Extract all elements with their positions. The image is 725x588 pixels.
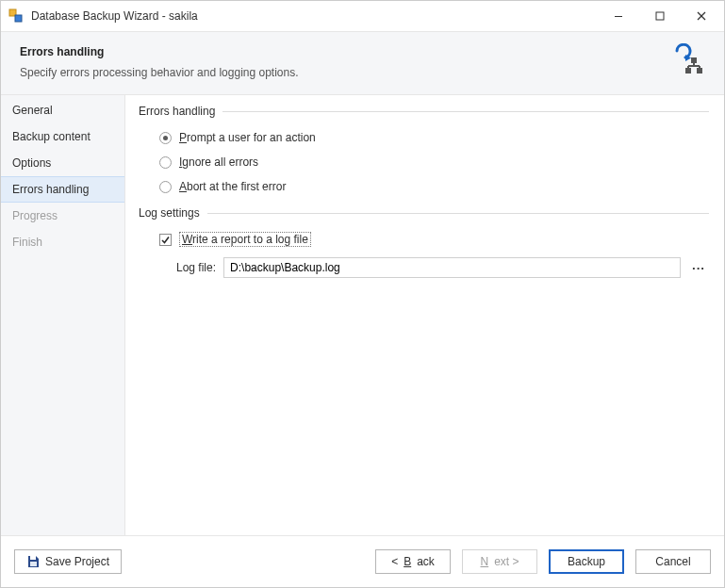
window-title: Database Backup Wizard - sakila (31, 9, 598, 23)
radio-abort-first-error[interactable]: Abort at the first error (159, 174, 709, 199)
group-log-settings: Log settings Write a report to a log fil… (139, 206, 709, 278)
cancel-button[interactable]: Cancel (635, 549, 711, 574)
group-errors-handling: Errors handling Prompt a user for an act… (139, 105, 709, 199)
svg-rect-14 (30, 556, 36, 560)
radio-icon (159, 132, 172, 144)
save-project-button[interactable]: Save Project (14, 549, 122, 574)
radio-prompt-user-label: Prompt a user for an action (179, 131, 316, 144)
radio-prompt-user[interactable]: Prompt a user for an action (159, 125, 709, 150)
next-button: Next > (462, 549, 537, 574)
page-title: Errors handling (20, 45, 705, 58)
save-icon (26, 555, 40, 568)
svg-rect-15 (30, 562, 37, 566)
wizard-body: General Backup content Options Errors ha… (1, 95, 724, 536)
radio-abort-first-error-label: Abort at the first error (179, 180, 286, 193)
wizard-content: Errors handling Prompt a user for an act… (125, 95, 724, 535)
save-project-label: Save Project (45, 555, 109, 568)
wizard-header-icon (673, 43, 705, 75)
svg-rect-9 (697, 68, 702, 74)
group-errors-handling-header: Errors handling (139, 105, 709, 118)
titlebar: Database Backup Wizard - sakila (1, 1, 724, 31)
svg-rect-2 (615, 16, 622, 17)
minimize-button[interactable] (598, 3, 639, 29)
divider (207, 213, 709, 214)
checkbox-icon (159, 234, 172, 246)
radio-ignore-errors-label: Ignore all errors (179, 155, 258, 169)
back-button[interactable]: < Back (375, 549, 451, 574)
maximize-button[interactable] (639, 3, 681, 29)
svg-rect-1 (15, 15, 22, 22)
group-log-settings-header: Log settings (139, 206, 709, 220)
group-errors-handling-title: Errors handling (139, 105, 215, 118)
app-icon (8, 8, 24, 24)
wizard-steps-sidebar: General Backup content Options Errors ha… (1, 95, 125, 535)
radio-ignore-errors[interactable]: Ignore all errors (159, 150, 709, 174)
radio-icon (159, 181, 172, 193)
checkbox-write-log-label: Write a report to a log file (179, 232, 311, 247)
page-subtitle: Specify errors processing behavior and l… (20, 66, 705, 79)
divider (222, 111, 709, 112)
svg-rect-7 (691, 57, 697, 63)
backup-button[interactable]: Backup (549, 549, 624, 574)
sidebar-step-progress: Progress (1, 203, 124, 229)
svg-rect-3 (656, 12, 664, 20)
svg-rect-8 (685, 68, 691, 74)
wizard-header: Errors handling Specify errors processin… (1, 31, 724, 95)
logfile-input[interactable] (223, 257, 681, 278)
dialog-window: Database Backup Wizard - sakila Errors h… (0, 0, 725, 588)
radio-icon (159, 156, 172, 169)
sidebar-step-general[interactable]: General (1, 97, 124, 123)
sidebar-step-errors-handling[interactable]: Errors handling (1, 176, 124, 203)
close-button[interactable] (681, 3, 722, 29)
sidebar-step-finish: Finish (1, 229, 124, 255)
logfile-browse-button[interactable]: ··· (688, 257, 709, 278)
sidebar-step-backup-content[interactable]: Backup content (1, 123, 124, 150)
sidebar-step-options[interactable]: Options (1, 150, 124, 176)
logfile-row: Log file: ··· (159, 257, 709, 278)
group-log-settings-title: Log settings (139, 206, 200, 220)
checkbox-write-log[interactable]: Write a report to a log file (159, 227, 709, 252)
wizard-footer: Save Project < Back Next > Backup Cancel (1, 536, 724, 587)
logfile-label: Log file: (176, 261, 216, 274)
